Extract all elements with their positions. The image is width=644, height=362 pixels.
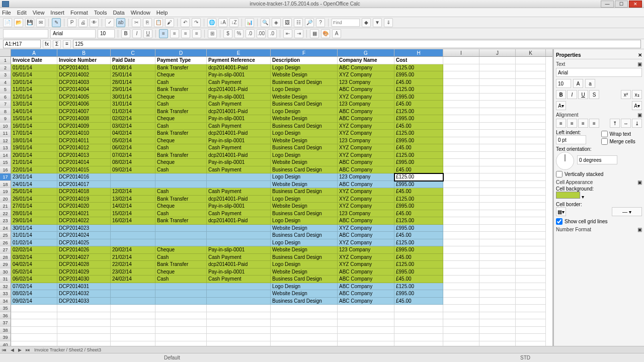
cell[interactable]: DCP2014010 bbox=[57, 130, 111, 137]
cell[interactable] bbox=[516, 144, 546, 152]
cell[interactable]: Cash bbox=[155, 144, 207, 152]
cell[interactable] bbox=[516, 79, 546, 86]
cell[interactable]: 12/01/14 bbox=[11, 94, 57, 101]
menu-data[interactable]: Data bbox=[113, 10, 124, 16]
tab-nav-first-icon[interactable]: ⏮ bbox=[2, 347, 7, 352]
cell[interactable] bbox=[394, 312, 443, 320]
find-all-icon[interactable]: ⇓ bbox=[384, 18, 393, 27]
cell[interactable] bbox=[516, 239, 546, 247]
cell[interactable]: Business Card Design bbox=[271, 254, 338, 261]
cell[interactable]: 13/01/14 bbox=[11, 101, 57, 108]
cell[interactable]: Cash Payment bbox=[207, 276, 271, 283]
sort-asc-icon[interactable]: ↓A bbox=[218, 18, 227, 27]
cell[interactable] bbox=[443, 86, 479, 94]
cell[interactable] bbox=[207, 305, 271, 312]
cell[interactable] bbox=[155, 181, 207, 189]
cell[interactable]: 05/02/14 bbox=[11, 268, 57, 276]
cell[interactable]: Logo Design bbox=[271, 86, 338, 94]
cell[interactable] bbox=[111, 239, 155, 247]
cell[interactable]: £995.00 bbox=[394, 94, 443, 101]
cell[interactable]: 22/02/14 bbox=[111, 261, 155, 268]
cell[interactable]: DCP2014024 bbox=[57, 232, 111, 239]
cell[interactable] bbox=[443, 123, 479, 130]
cell[interactable]: 13/02/14 bbox=[111, 196, 155, 203]
cell[interactable]: £125.00 bbox=[394, 173, 443, 181]
cell[interactable] bbox=[11, 312, 57, 320]
cell[interactable]: Logo Design bbox=[271, 283, 338, 291]
cell[interactable]: 23/01/14 bbox=[11, 173, 57, 181]
cell[interactable]: ABC Company bbox=[338, 86, 394, 94]
fontcolor-icon[interactable]: A bbox=[332, 29, 341, 38]
header-cell[interactable]: Invoice Date bbox=[11, 57, 57, 64]
cell[interactable]: £45.00 bbox=[394, 188, 443, 196]
sb-bold-icon[interactable]: B bbox=[556, 90, 566, 99]
cell[interactable]: Website Design bbox=[271, 137, 338, 145]
cell[interactable]: Website Design bbox=[271, 94, 338, 101]
row-header[interactable]: 19 bbox=[0, 188, 11, 196]
cell[interactable]: DCP2014005 bbox=[57, 94, 111, 101]
cell[interactable] bbox=[155, 312, 207, 320]
cell[interactable] bbox=[207, 298, 271, 305]
cell[interactable]: £995.00 bbox=[394, 115, 443, 123]
cell[interactable] bbox=[443, 181, 479, 189]
add-decimal-icon[interactable]: .00 bbox=[257, 29, 266, 38]
sb-fontcolor-icon[interactable]: A▾ bbox=[556, 101, 566, 110]
col-header-D[interactable]: D bbox=[155, 49, 207, 56]
cell[interactable] bbox=[516, 283, 546, 291]
cell[interactable]: DCP2014015 bbox=[57, 166, 111, 174]
header-cell[interactable]: Description bbox=[271, 57, 338, 64]
open-icon[interactable]: 📂 bbox=[14, 18, 23, 27]
cell[interactable]: 05/02/14 bbox=[111, 137, 155, 145]
collapse-icon[interactable]: ▣ bbox=[637, 61, 642, 67]
cell[interactable]: £125.00 bbox=[394, 130, 443, 137]
menu-help[interactable]: Help bbox=[156, 10, 168, 16]
cell[interactable] bbox=[443, 290, 479, 298]
cell[interactable] bbox=[207, 239, 271, 247]
header-cell[interactable] bbox=[479, 57, 516, 64]
cell[interactable] bbox=[443, 115, 479, 123]
row-header[interactable]: 14 bbox=[0, 152, 11, 159]
data-rows[interactable]: 1Invoice DateInvoice NumberPaid DatePaym… bbox=[0, 57, 552, 346]
cell[interactable] bbox=[516, 217, 546, 225]
header-cell[interactable]: Cost bbox=[394, 57, 443, 64]
cell[interactable]: ABC Company bbox=[338, 217, 394, 225]
cell[interactable]: DCP2014031 bbox=[57, 283, 111, 291]
cell[interactable] bbox=[443, 130, 479, 137]
cell[interactable]: £995.00 bbox=[394, 181, 443, 189]
cell[interactable]: XYZ Company bbox=[338, 225, 394, 232]
cell[interactable] bbox=[443, 101, 479, 108]
cell[interactable] bbox=[11, 341, 57, 346]
cell[interactable] bbox=[479, 246, 516, 254]
row-header[interactable]: 20 bbox=[0, 196, 11, 203]
cell[interactable]: 29/01/14 bbox=[11, 217, 57, 225]
cell[interactable] bbox=[443, 268, 479, 276]
cell[interactable] bbox=[111, 283, 155, 291]
cell[interactable] bbox=[394, 334, 443, 341]
cell[interactable] bbox=[111, 341, 155, 346]
cell[interactable]: Bank Transfer bbox=[155, 108, 207, 116]
cell[interactable]: ABC Company bbox=[338, 181, 394, 189]
cell[interactable] bbox=[479, 166, 516, 174]
row-header[interactable]: 36 bbox=[0, 312, 11, 320]
cell[interactable] bbox=[516, 290, 546, 298]
cell[interactable]: 16/01/14 bbox=[11, 123, 57, 130]
menu-edit[interactable]: Edit bbox=[17, 10, 27, 16]
row-header-1[interactable]: 1 bbox=[0, 57, 11, 64]
cell[interactable] bbox=[479, 79, 516, 86]
cell[interactable] bbox=[516, 64, 546, 72]
cell[interactable]: £45.00 bbox=[394, 254, 443, 261]
cell[interactable]: Website Design bbox=[271, 268, 338, 276]
cell[interactable] bbox=[155, 173, 207, 181]
cell[interactable] bbox=[207, 312, 271, 320]
cell[interactable]: 20/02/14 bbox=[111, 246, 155, 254]
cell[interactable]: DCP2014026 bbox=[57, 246, 111, 254]
row-header[interactable]: 4 bbox=[0, 79, 11, 86]
cell[interactable] bbox=[338, 327, 394, 334]
sort-desc-icon[interactable]: ↓Z bbox=[229, 18, 238, 27]
cell[interactable]: DCP2014007 bbox=[57, 108, 111, 116]
row-header[interactable]: 34 bbox=[0, 298, 11, 305]
save-icon[interactable]: 💾 bbox=[25, 18, 34, 27]
cell[interactable] bbox=[443, 254, 479, 261]
percent-icon[interactable]: % bbox=[234, 29, 244, 38]
cell[interactable]: £125.00 bbox=[394, 261, 443, 268]
